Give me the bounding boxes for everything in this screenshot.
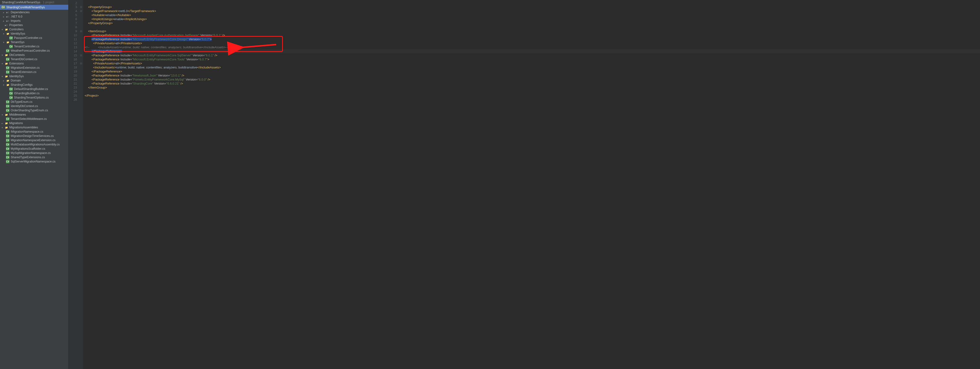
tree-node[interactable]: ▾📁IdentitySys: [0, 74, 68, 78]
tree-node[interactable]: ▾📁IdentitySys: [0, 32, 68, 36]
fold-toggle[interactable]: [79, 65, 83, 70]
tree-node[interactable]: C#SqlServerMigrationNamespace.cs: [0, 159, 68, 164]
fold-toggle[interactable]: [79, 17, 83, 21]
fold-toggle[interactable]: [79, 90, 83, 93]
code-line[interactable]: </PackageReference>: [84, 70, 980, 73]
twisty-icon[interactable]: ▾: [1, 114, 3, 116]
fold-toggle[interactable]: [79, 41, 83, 45]
code-line[interactable]: <Nullable>enable</Nullable>: [84, 13, 980, 17]
code-area[interactable]: <PropertyGroup> <TargetFramework>net6.0<…: [83, 0, 980, 369]
code-line[interactable]: [84, 25, 980, 29]
code-line[interactable]: <PrivateAssets>all</PrivateAssets>: [84, 41, 980, 45]
tree-node[interactable]: C#OrderShardingTypeEnum.cs: [0, 108, 68, 112]
fold-toggle[interactable]: [79, 93, 83, 98]
fold-toggle[interactable]: [79, 13, 83, 17]
code-editor[interactable]: 2345678910111213141516171819202122232425…: [68, 0, 980, 369]
fold-toggle[interactable]: ⊟: [79, 29, 83, 33]
tree-node[interactable]: ▸▸□Dependencies: [0, 10, 68, 14]
fold-column[interactable]: ⊟⊟⊟⊟⊟: [79, 0, 83, 369]
twisty-icon[interactable]: ▾: [2, 32, 5, 35]
tree-node[interactable]: ▾📁Extensions: [0, 61, 68, 66]
solution-explorer[interactable]: ShardingCoreMultiTenantSys · 1 project C…: [0, 0, 68, 369]
code-line[interactable]: </Project>: [84, 93, 980, 98]
twisty-icon[interactable]: ▾: [1, 54, 3, 56]
code-line[interactable]: </ItemGroup>: [84, 86, 980, 90]
tree-node[interactable]: ▾📁Middlewares: [0, 112, 68, 117]
tree-node[interactable]: ▾📁MigrationsAssemblies: [0, 125, 68, 130]
twisty-icon[interactable]: ▸: [2, 20, 5, 22]
fold-toggle[interactable]: [79, 1, 83, 5]
tree-node[interactable]: C#MySqlMigrationNamespace.cs: [0, 151, 68, 155]
tree-node[interactable]: C#TenantController.cs: [0, 44, 68, 49]
fold-toggle[interactable]: [79, 21, 83, 25]
code-line[interactable]: [84, 1, 980, 5]
code-line[interactable]: <PackageReference Include="Microsoft.Ent…: [84, 57, 980, 61]
fold-toggle[interactable]: [79, 98, 83, 101]
fold-toggle[interactable]: [79, 33, 83, 37]
code-line[interactable]: <IncludeAssets>runtime; build; native; c…: [84, 65, 980, 70]
tree-node[interactable]: C#PassportController.cs: [0, 36, 68, 40]
twisty-icon[interactable]: ▾: [2, 41, 5, 44]
tree-node[interactable]: ▸📁Domain: [0, 78, 68, 83]
twisty-icon[interactable]: ▾: [2, 84, 5, 86]
fold-toggle[interactable]: [79, 49, 83, 53]
code-line[interactable]: <PackageReference Include="Pomelo.Entity…: [84, 78, 980, 81]
fold-toggle[interactable]: [79, 86, 83, 90]
tree-node[interactable]: C#TenantDbContext.cs: [0, 57, 68, 61]
tree-node[interactable]: C#WeatherForecastController.cs: [0, 49, 68, 53]
fold-toggle[interactable]: ⊟: [79, 53, 83, 57]
fold-toggle[interactable]: [79, 37, 83, 41]
fold-toggle[interactable]: ⊟: [79, 9, 83, 13]
code-line[interactable]: [84, 98, 980, 101]
tree-node[interactable]: ▾📁ShardingConfigs: [0, 83, 68, 87]
solution-header[interactable]: ShardingCoreMultiTenantSys · 1 project: [0, 0, 68, 5]
tree-node[interactable]: C#SharedTypeExtensions.cs: [0, 155, 68, 159]
code-line[interactable]: <PackageReference Include="Microsoft.Asp…: [84, 33, 980, 37]
fold-toggle[interactable]: [79, 81, 83, 86]
twisty-icon[interactable]: ▸: [1, 122, 3, 125]
tree-node[interactable]: ▾📁DbContexts: [0, 53, 68, 57]
fold-toggle[interactable]: [79, 70, 83, 73]
file-tree[interactable]: ▸▸□Dependencies▸▸□.NET 6.0▸▸□Imports▸□Pr…: [0, 10, 68, 369]
project-header-selected[interactable]: C# ShardingCoreMultiTenantSys: [0, 5, 68, 10]
fold-toggle[interactable]: [79, 45, 83, 49]
tree-node[interactable]: C#MigrationExtension.cs: [0, 66, 68, 70]
tree-node[interactable]: C#TenantExtension.cs: [0, 70, 68, 74]
twisty-icon[interactable]: ▾: [1, 75, 3, 78]
code-line[interactable]: <PackageReference Include="Microsoft.Ent…: [84, 53, 980, 57]
twisty-icon[interactable]: ▸: [2, 11, 5, 14]
code-line[interactable]: <PropertyGroup>: [84, 5, 980, 9]
fold-toggle[interactable]: ⊟: [79, 61, 83, 65]
code-line[interactable]: <ImplicitUsings>enable</ImplicitUsings>: [84, 17, 980, 21]
tree-node[interactable]: ▸▸□.NET 6.0: [0, 14, 68, 19]
tree-node[interactable]: C#MigrationDesignTimeServices.cs: [0, 134, 68, 138]
code-line[interactable]: <!-- <IncludeAssets>runtime; build; nati…: [84, 45, 980, 49]
twisty-icon[interactable]: ▾: [1, 28, 3, 31]
code-line[interactable]: <PackageReference Include="ShardingCore"…: [84, 81, 980, 86]
code-line[interactable]: <PackageReference Include="Microsoft.Ent…: [84, 37, 980, 41]
code-line[interactable]: <ItemGroup>: [84, 29, 980, 33]
tree-node[interactable]: C#ShardingTenantOptions.cs: [0, 95, 68, 100]
tree-node[interactable]: C#IdentityDbContext.cs: [0, 104, 68, 108]
tree-node[interactable]: C#TenantSelectMiddleware.cs: [0, 117, 68, 121]
tree-node[interactable]: C#IMigrationNamespace.cs: [0, 130, 68, 134]
code-line[interactable]: <TargetFramework>net6.0</TargetFramework…: [84, 9, 980, 13]
code-line[interactable]: <PackageReference Include="Newtonsoft.Js…: [84, 73, 980, 78]
fold-toggle[interactable]: [79, 25, 83, 29]
code-line[interactable]: [84, 90, 980, 93]
tree-node[interactable]: ▸📁Migrations: [0, 121, 68, 125]
code-line[interactable]: <PrivateAssets>all</PrivateAssets>: [84, 61, 980, 65]
code-line[interactable]: </PropertyGroup>: [84, 21, 980, 25]
twisty-icon[interactable]: ▾: [1, 126, 3, 129]
twisty-icon[interactable]: ▸: [2, 79, 5, 82]
tree-node[interactable]: ▸□Properties: [0, 23, 68, 27]
tree-node[interactable]: ▾📁Controllers: [0, 27, 68, 32]
tree-node[interactable]: C#MultiDatabaseMigrationsAssembly.cs: [0, 143, 68, 147]
tree-node[interactable]: C#MigrationNamespaceExtension.cs: [0, 138, 68, 143]
twisty-icon[interactable]: ▾: [1, 62, 3, 65]
fold-toggle[interactable]: [79, 78, 83, 81]
tree-node[interactable]: C#DbTypeEnum.cs: [0, 100, 68, 104]
fold-toggle[interactable]: [79, 73, 83, 78]
fold-toggle[interactable]: [79, 57, 83, 61]
tree-node[interactable]: C#DefaultShardingBuilder.cs: [0, 87, 68, 91]
